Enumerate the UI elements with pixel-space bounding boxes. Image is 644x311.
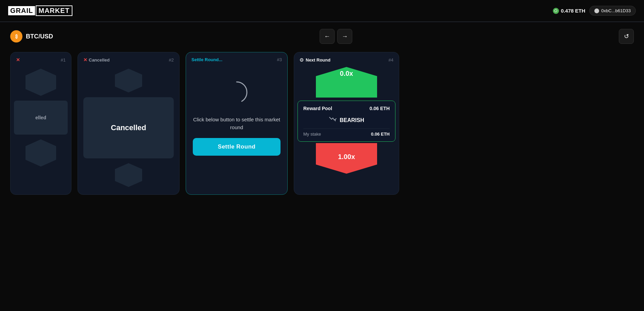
btc-icon: ₿ — [10, 30, 22, 42]
my-stake-value: 0.06 ETH — [371, 132, 390, 137]
card-2-hex-bottom — [115, 163, 142, 187]
cancel-icon-1: ✕ — [16, 57, 20, 63]
settle-round-button[interactable]: Settle Round — [193, 138, 281, 156]
bearish-multiplier: 1.00x — [338, 153, 355, 161]
round-card-3: Settle Round... #3 Click below button to… — [186, 52, 288, 195]
market-title: ₿ BTC/USD — [10, 30, 53, 42]
card-4-status: ⊙ Next Round — [300, 57, 331, 63]
market-pair: BTC/USD — [26, 33, 53, 40]
card-4-header: ⊙ Next Round #4 — [294, 52, 399, 65]
card-1-number: #1 — [61, 57, 66, 63]
nav-prev-button[interactable]: ← — [320, 29, 335, 44]
card-2-cancelled-text: Cancelled — [111, 123, 146, 132]
card-3-status: Settle Round... — [191, 57, 222, 62]
card-2-header: ✕ Cancelled #2 — [78, 52, 179, 65]
bearish-icon — [329, 115, 337, 125]
round-card-4: ⊙ Next Round #4 0.0x Reward Pool 0.06 ET… — [294, 52, 399, 195]
card-4-number: #4 — [389, 57, 393, 63]
cancel-icon-2: ✕ — [83, 57, 87, 63]
logo-grail: GRAIL — [8, 6, 35, 15]
card-1-content: elled — [11, 65, 71, 170]
app-header: GRAILMARKET ⬡ 0.478 ETH 0xbC...b61D33 — [0, 0, 644, 22]
card-1-box: elled — [14, 101, 68, 135]
card-2-cancelled-box: Cancelled — [83, 97, 174, 158]
bearish-hex: 1.00x — [294, 143, 399, 174]
history-button[interactable]: ↺ — [619, 29, 634, 44]
header-right: ⬡ 0.478 ETH 0xbC...b61D33 — [553, 6, 636, 16]
wallet-dot — [594, 8, 599, 13]
bullish-multiplier: 0.0x — [340, 70, 353, 77]
bearish-chart-icon — [329, 115, 337, 123]
spinner-svg — [223, 79, 250, 106]
card-4-content: 0.0x Reward Pool 0.06 ETH — [294, 65, 399, 179]
eth-balance-value: 0.478 ETH — [561, 8, 586, 14]
clock-icon: ⊙ — [300, 57, 304, 63]
card-2-content: Cancelled — [78, 65, 179, 190]
card-2-hex-top — [115, 69, 142, 92]
eth-balance: ⬡ 0.478 ETH — [553, 8, 586, 14]
bearish-row: BEARISH — [303, 115, 390, 125]
logo-market: MARKET — [36, 5, 72, 16]
loading-spinner — [220, 75, 254, 109]
settle-description: Click below button to settle this market… — [193, 116, 281, 131]
card-2-number: #2 — [169, 57, 174, 63]
reward-pool-value: 0.06 ETH — [370, 106, 390, 111]
hex-partial-top — [26, 69, 56, 96]
nav-next-button[interactable]: → — [337, 29, 352, 44]
card-2-status-text: Cancelled — [89, 57, 109, 63]
round-card-1: ✕ #1 elled — [10, 52, 71, 195]
card-3-content: Click below button to settle this market… — [186, 65, 287, 162]
card-1-header: ✕ #1 — [11, 52, 71, 65]
card-1-status: ✕ — [16, 57, 20, 63]
my-stake-label: My stake — [303, 132, 321, 137]
main-content: ₿ BTC/USD ← → ↺ ✕ #1 elled — [0, 22, 644, 202]
market-header: ₿ BTC/USD ← → ↺ — [10, 29, 634, 44]
logo: GRAILMARKET — [8, 5, 72, 16]
bullish-hex: 0.0x — [294, 65, 399, 99]
stake-row: My stake 0.06 ETH — [303, 128, 390, 137]
reward-pool-label: Reward Pool — [303, 106, 332, 111]
wallet-address-text: 0xbC...b61D33 — [601, 8, 631, 13]
reward-box: Reward Pool 0.06 ETH BEARISH M — [298, 101, 395, 142]
cards-container: ✕ #1 elled ✕ Cancelled #2 — [10, 52, 634, 195]
hex-partial-bottom — [26, 139, 56, 167]
bullish-hex-shape: 0.0x — [316, 67, 377, 98]
round-card-2: ✕ Cancelled #2 Cancelled — [78, 52, 180, 195]
wallet-address[interactable]: 0xbC...b61D33 — [589, 6, 636, 16]
bearish-hex-shape: 1.00x — [316, 143, 377, 174]
eth-icon: ⬡ — [553, 8, 559, 14]
card-3-header: Settle Round... #3 — [186, 52, 287, 65]
reward-pool-row: Reward Pool 0.06 ETH — [303, 106, 390, 111]
card-1-cancelled-text: elled — [35, 115, 46, 120]
nav-buttons: ← → — [320, 29, 352, 44]
card-2-status: ✕ Cancelled — [83, 57, 109, 63]
card-4-status-text: Next Round — [306, 57, 331, 63]
bearish-label: BEARISH — [340, 117, 364, 123]
card-3-number: #3 — [277, 57, 282, 62]
